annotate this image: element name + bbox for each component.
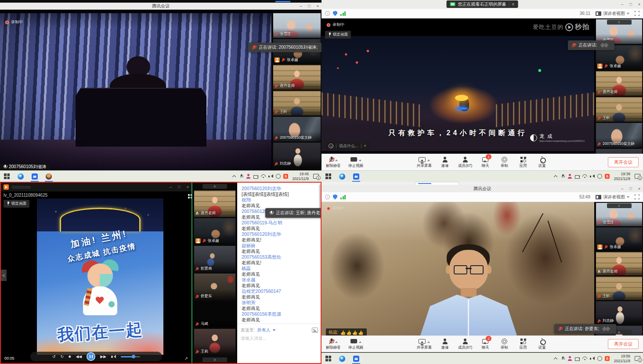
participant-tile[interactable]: 唐丹老师 [273,65,321,90]
rewind-icon[interactable]: ◀◀ [76,354,82,359]
volume-slider[interactable] [121,356,140,357]
close-icon[interactable]: × [638,187,640,191]
rail-scroll-up[interactable]: ∧ [202,184,227,189]
lock-view-button[interactable]: 锁定画面 [4,200,29,208]
stop-icon[interactable]: ■ [69,354,71,359]
say-something-placeholder[interactable]: 说点什么... [339,143,358,149]
quick-chat-pill[interactable]: 说点什么... < [325,141,370,150]
minimize-icon[interactable]: – [621,2,623,7]
settings-button[interactable]: 设置 [536,156,548,169]
rail-scroll-down[interactable]: ∨ [202,357,227,362]
minimize-icon[interactable]: – [170,185,172,189]
ime-icon[interactable] [597,356,602,361]
participant-tile[interactable]: 唐丹老师 [194,191,235,217]
send-to-select[interactable]: 所有人 [257,327,271,333]
tray-person-icon[interactable] [246,174,251,179]
taskbar-meeting[interactable] [352,353,361,364]
taskbar-edge[interactable] [16,171,25,182]
chat-input[interactable] [237,333,312,341]
taskbar-avatar-app[interactable] [44,171,53,182]
sogou-icon[interactable] [605,174,610,179]
banner-menu-icon[interactable]: ≡ [509,2,515,7]
maximize-icon[interactable]: □ [178,185,180,189]
members-button[interactable]: 成员(67) [458,156,472,169]
volume-icon[interactable] [111,354,116,359]
participant-tile[interactable]: 张雪莲 [273,13,321,38]
unmute-button[interactable]: 解除静音 [326,338,341,350]
taskbar-edge[interactable] [338,353,347,364]
tray-mic-icon[interactable] [561,174,564,178]
caret-up-icon[interactable] [427,340,430,343]
start-button[interactable] [3,171,11,182]
fullscreen-icon[interactable] [635,11,639,16]
record-button[interactable]: 录制 [499,338,510,350]
pause-button[interactable] [87,352,95,361]
share-screen-button[interactable]: 共享屏幕 [417,338,432,350]
ime-icon[interactable] [276,174,281,179]
participant-tile[interactable]: 2007560150柴文静 [273,117,321,141]
share-screen-button[interactable]: 共享屏幕 [417,156,432,169]
speaker-icon[interactable] [590,174,595,179]
participant-tile[interactable]: 王莉 [194,329,235,355]
settings-button[interactable]: 设置 [536,338,548,350]
caret-up-icon[interactable] [335,340,338,343]
chat-button[interactable]: 2聊天 [480,338,491,350]
clock[interactable]: 19:382021/11/9 [614,172,630,181]
watching-banner[interactable]: 您正在观看石正明的屏幕 ≡ [447,0,518,8]
sogou-icon[interactable] [605,356,610,361]
tray-mic-icon[interactable] [239,174,243,178]
send-image-icon[interactable] [312,328,318,333]
battery-icon[interactable] [253,174,258,179]
stop-video-button[interactable]: 停止视频 [348,338,363,350]
ime-icon[interactable] [597,174,602,179]
participant-tile[interactable]: 唐丹老师 [596,71,642,96]
maximize-icon[interactable]: □ [629,2,632,7]
members-button[interactable]: 成员(67) [458,338,472,350]
chat-button[interactable]: 1聊天 [480,156,491,169]
info-icon[interactable] [325,11,330,16]
tray-expand-icon[interactable] [553,174,558,179]
battery-icon[interactable] [575,174,580,179]
participant-tile[interactable]: 彭贤南 [194,246,235,272]
participant-tile[interactable]: 张卓越 [596,227,642,251]
participant-tile[interactable]: 刘忠静 [273,143,321,167]
stop-video-button[interactable]: 停止视频 [348,156,363,169]
close-icon[interactable]: × [187,185,189,189]
close-icon[interactable]: × [317,4,319,8]
view-mode-button[interactable]: 演讲者视图 [596,194,629,200]
participant-tile[interactable]: 2007560150柴文静 [596,123,642,148]
speaker-icon[interactable] [268,174,273,179]
battery-icon[interactable] [575,356,580,361]
fullscreen-icon[interactable] [635,195,639,199]
wifi-icon[interactable] [261,174,266,179]
minimize-icon[interactable]: – [621,187,623,191]
record-button[interactable]: 录制 [499,156,510,169]
view-mode-button[interactable]: 演讲者视图 [596,11,629,17]
participant-tile[interactable]: 马斌 [194,301,235,328]
close-icon[interactable]: × [638,2,640,7]
panel-collapse-handle[interactable]: < [1,270,7,281]
tray-expand-icon[interactable] [553,356,558,361]
rail-scroll-up[interactable]: ∧ [607,203,632,208]
invite-button[interactable]: 邀请 [439,156,451,169]
tray-mic-icon[interactable] [561,357,564,360]
sogou-icon[interactable] [283,174,288,179]
participant-tile[interactable]: 王昕 [596,277,642,300]
taskbar-meeting[interactable] [352,171,361,182]
speaker-icon[interactable] [590,356,595,361]
rotate-icon[interactable]: ↺ [52,354,56,359]
start-button[interactable] [324,353,332,364]
chat-messages[interactable]: 2007560120刘志华[表情][表情][表情][表情] 祝翔老师再见 200… [237,182,322,324]
taskbar-meeting[interactable] [30,171,39,182]
wifi-icon[interactable] [582,356,587,361]
caret-up-icon[interactable] [427,158,430,161]
refresh-icon[interactable]: ↻ [60,354,64,359]
window-titlebar[interactable]: 腾讯会议 – □ × [0,3,322,10]
start-button[interactable] [324,171,332,182]
participant-tile-partial[interactable] [596,149,642,154]
tray-person-icon[interactable] [567,174,572,179]
lock-view-button[interactable]: 锁定画面 [325,31,351,39]
emoji-icon[interactable] [329,144,333,148]
apps-button[interactable]: 应用 [517,156,529,169]
participant-tile[interactable]: 王昕 [596,97,642,122]
